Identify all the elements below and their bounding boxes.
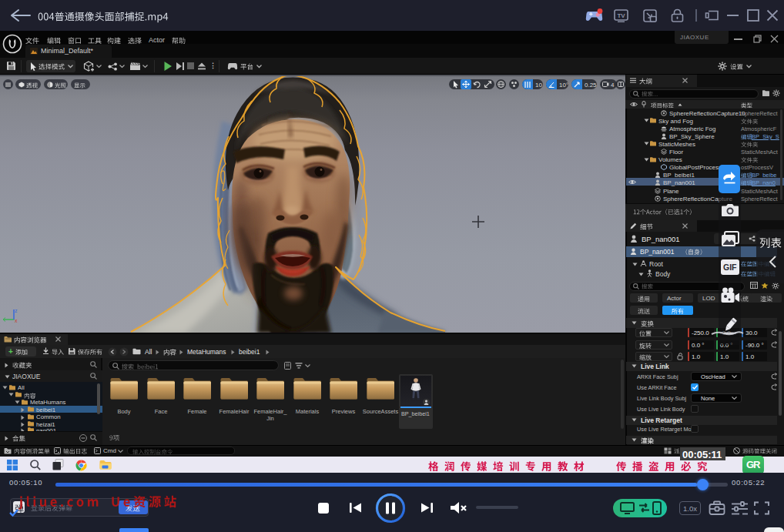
svg-text:TV: TV [617,12,625,19]
svg-text:x: x [15,318,18,323]
svg-text:z: z [15,308,18,313]
